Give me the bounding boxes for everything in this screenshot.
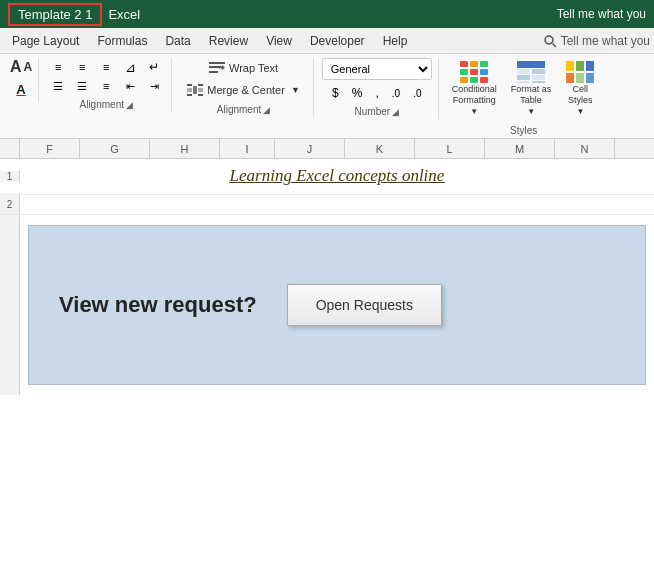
heading-row: 1 Learning Excel concepts online xyxy=(0,159,654,195)
excel-label: Excel xyxy=(108,7,140,22)
col-header-g[interactable]: G xyxy=(80,139,150,159)
svg-rect-23 xyxy=(532,69,545,74)
svg-rect-22 xyxy=(517,69,530,74)
spreadsheet: F G H I J K L M N 1 Learning Excel conce… xyxy=(0,139,654,395)
svg-rect-7 xyxy=(187,88,192,92)
align-bottom-button[interactable]: ≡ xyxy=(95,58,117,76)
column-headers: F G H I J K L M N xyxy=(0,139,654,159)
menu-view[interactable]: View xyxy=(258,31,300,51)
menu-developer[interactable]: Developer xyxy=(302,31,373,51)
ribbon: A A A ≡ ≡ ≡ ⊿ ↵ ☰ ☰ ≡ xyxy=(0,54,654,139)
svg-rect-13 xyxy=(470,61,478,67)
svg-rect-29 xyxy=(576,61,584,71)
decrease-decimal-button[interactable]: .0 xyxy=(408,86,426,101)
menu-bar: Page Layout Formulas Data Review View De… xyxy=(0,28,654,54)
col-header-l[interactable]: L xyxy=(415,139,485,159)
col-header-n[interactable]: N xyxy=(555,139,615,159)
open-requests-button[interactable]: Open Requests xyxy=(287,284,442,326)
underline-button[interactable]: A xyxy=(10,80,32,98)
svg-rect-9 xyxy=(193,86,197,94)
menu-data[interactable]: Data xyxy=(157,31,198,51)
align-top-button[interactable]: ≡ xyxy=(47,58,69,76)
svg-line-1 xyxy=(552,43,556,47)
svg-rect-32 xyxy=(576,73,584,83)
align-center-button[interactable]: ☰ xyxy=(71,77,93,95)
menu-page-layout[interactable]: Page Layout xyxy=(4,31,87,51)
svg-rect-12 xyxy=(460,61,468,67)
svg-rect-25 xyxy=(532,75,545,80)
col-header-k[interactable]: K xyxy=(345,139,415,159)
svg-rect-20 xyxy=(480,77,488,83)
row-nums-blue xyxy=(0,215,20,395)
wrap-text-button[interactable]: Wrap Text xyxy=(202,58,285,78)
conditional-formatting-button[interactable]: ConditionalFormatting ▼ xyxy=(447,58,502,119)
svg-rect-27 xyxy=(532,81,545,83)
comma-button[interactable]: , xyxy=(370,84,383,102)
empty-cell-2[interactable] xyxy=(20,195,654,214)
menu-formulas[interactable]: Formulas xyxy=(89,31,155,51)
col-header-m[interactable]: M xyxy=(485,139,555,159)
cell-styles-label: CellStyles xyxy=(568,84,593,106)
wrap-text-icon xyxy=(209,61,225,75)
blue-content-box: View new request? Open Requests xyxy=(28,225,646,385)
alignment2-expand-icon[interactable]: ◢ xyxy=(263,105,270,115)
align-left-button[interactable]: ☰ xyxy=(47,77,69,95)
col-header-i[interactable]: I xyxy=(220,139,275,159)
decrease-font-button[interactable]: A xyxy=(24,60,33,74)
cell-styles-button[interactable]: CellStyles ▼ xyxy=(560,58,600,119)
svg-rect-18 xyxy=(460,77,468,83)
orientation-button[interactable]: ⊿ xyxy=(119,58,141,76)
col-header-j[interactable]: J xyxy=(275,139,345,159)
search-bar[interactable]: Tell me what you xyxy=(543,34,650,48)
format-as-table-button[interactable]: Format asTable ▼ xyxy=(506,58,557,119)
align-right-button[interactable]: ≡ xyxy=(95,77,117,95)
svg-rect-31 xyxy=(566,73,574,83)
svg-rect-16 xyxy=(470,69,478,75)
percent-button[interactable]: % xyxy=(347,84,368,102)
view-new-request-text: View new request? xyxy=(59,292,257,318)
number-format-dropdown[interactable]: General xyxy=(322,58,432,80)
increase-indent-button[interactable]: ⇥ xyxy=(143,77,165,95)
dollar-sign-button[interactable]: $ xyxy=(327,84,344,102)
svg-rect-5 xyxy=(187,84,192,86)
format-as-table-icon xyxy=(517,61,545,83)
svg-rect-2 xyxy=(209,62,225,64)
spreadsheet-heading[interactable]: Learning Excel concepts online xyxy=(20,160,654,192)
decrease-indent-button[interactable]: ⇤ xyxy=(119,77,141,95)
col-header-h[interactable]: H xyxy=(150,139,220,159)
menu-help[interactable]: Help xyxy=(375,31,416,51)
svg-rect-10 xyxy=(187,94,192,96)
conditional-formatting-icon xyxy=(460,61,488,83)
row-num-1: 1 xyxy=(0,171,20,182)
conditional-dropdown-icon[interactable]: ▼ xyxy=(470,107,478,116)
alignment-expand-icon[interactable]: ◢ xyxy=(126,100,133,110)
menu-review[interactable]: Review xyxy=(201,31,256,51)
merge-dropdown-icon[interactable]: ▼ xyxy=(291,85,300,95)
format-as-table-label: Format asTable xyxy=(511,84,552,106)
row-header-spacer xyxy=(0,139,20,158)
indent-button[interactable]: ↵ xyxy=(143,58,165,76)
col-header-f[interactable]: F xyxy=(20,139,80,159)
format-table-dropdown-icon[interactable]: ▼ xyxy=(527,107,535,116)
increase-font-button[interactable]: A xyxy=(10,58,22,76)
styles-group: ConditionalFormatting ▼ Format a xyxy=(441,58,607,138)
wrap-merge-group: Wrap Text Merge & Center ▼ Alignment ◢ xyxy=(174,58,314,117)
number-group: General $ % , .0 .0 Number ◢ xyxy=(316,58,439,119)
merge-center-label: Merge & Center xyxy=(207,84,285,96)
merge-icon xyxy=(187,83,203,97)
search-hint: Tell me what you xyxy=(557,7,646,21)
align-middle-button[interactable]: ≡ xyxy=(71,58,93,76)
row-num-2: 2 xyxy=(0,195,20,214)
alignment-label: Alignment ◢ xyxy=(47,99,165,110)
merge-center-button[interactable]: Merge & Center ▼ xyxy=(180,80,307,100)
number-expand-icon[interactable]: ◢ xyxy=(392,107,399,117)
svg-rect-26 xyxy=(517,81,530,83)
svg-rect-30 xyxy=(586,61,594,71)
svg-rect-21 xyxy=(517,61,545,68)
cell-styles-dropdown-icon[interactable]: ▼ xyxy=(576,107,584,116)
svg-rect-4 xyxy=(209,71,218,73)
increase-decimal-button[interactable]: .0 xyxy=(387,86,405,101)
svg-rect-11 xyxy=(198,94,203,96)
svg-rect-17 xyxy=(480,69,488,75)
wrap-merge-label: Alignment ◢ xyxy=(180,104,307,115)
